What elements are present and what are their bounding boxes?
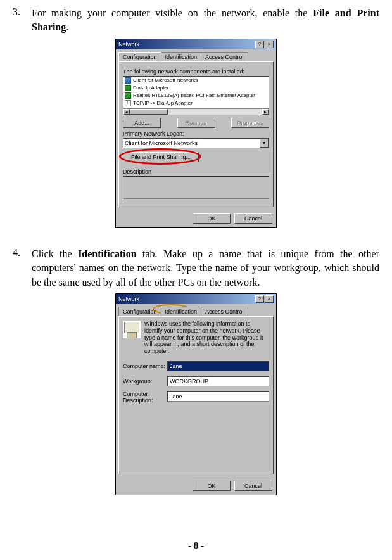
tab-configuration[interactable]: Configuration [118, 307, 161, 316]
cancel-button[interactable]: Cancel [234, 481, 272, 491]
tabs: Configuration Identification Access Cont… [116, 304, 276, 316]
network-dialog-identification: Network ? × Configuration Identification… [115, 293, 277, 495]
list-item[interactable]: TCP/IP -> Dial-Up Adapter [123, 99, 269, 107]
add-button[interactable]: Add... [123, 118, 161, 128]
step-4-bold: Identification [78, 248, 136, 259]
workgroup-label: Workgroup: [123, 378, 167, 385]
scroll-thumb[interactable] [130, 109, 168, 115]
titlebar: Network ? × [116, 294, 276, 304]
description-row: Computer Description: Jane [123, 391, 269, 404]
computer-name-input[interactable]: Jane [167, 361, 269, 371]
figure-2: Network ? × Configuration Identification… [13, 293, 379, 495]
tab-access-control[interactable]: Access Control [201, 52, 248, 61]
description-label: Description [123, 169, 269, 175]
list-item[interactable]: Dial-Up Adapter [123, 84, 269, 92]
tabs: Configuration Identification Access Cont… [116, 49, 276, 61]
config-panel: The following network components are ins… [118, 61, 274, 207]
step-3: 3. For making your computer visible on t… [13, 6, 379, 35]
step-3-post: . [66, 22, 68, 32]
step-3-pre: For making your computer visible on the … [32, 8, 313, 18]
primary-logon-label: Primary Network Logon: [123, 130, 269, 137]
computer-name-label: Computer name: [123, 363, 167, 369]
close-button[interactable]: × [265, 295, 274, 303]
scroll-left-arrow[interactable]: ◂ [123, 109, 130, 115]
step-4-text: Click the Identification tab. Make up a … [32, 247, 379, 290]
adapter-icon [125, 85, 131, 91]
step-3-number: 3. [13, 6, 32, 35]
step-3-text: For making your computer visible on the … [32, 6, 379, 35]
client-icon [125, 77, 131, 84]
scroll-right-arrow[interactable]: ▸ [262, 109, 269, 115]
identification-panel: Windows uses the following information t… [118, 316, 274, 474]
list-item[interactable]: Client for Microsoft Networks [123, 77, 269, 84]
protocol-icon [125, 100, 131, 106]
network-dialog-config: Network ? × Configuration Identification… [115, 39, 277, 228]
primary-logon-combo[interactable]: Client for Microsoft Networks ▾ [123, 138, 269, 148]
list-item[interactable]: Realtek RTL8139(A)-based PCI Fast Ethern… [123, 92, 269, 99]
cancel-button[interactable]: Cancel [234, 213, 272, 224]
dropdown-arrow-icon[interactable]: ▾ [260, 139, 269, 148]
horizontal-scrollbar[interactable]: ◂ ▸ [123, 108, 269, 115]
ok-button[interactable]: OK [193, 213, 231, 224]
info-text: Windows uses the following information t… [144, 321, 269, 355]
description-input[interactable]: Jane [167, 391, 269, 402]
help-button[interactable]: ? [255, 295, 264, 303]
tab-identification[interactable]: Identification [161, 52, 202, 61]
tab-configuration[interactable]: Configuration [118, 52, 161, 61]
combo-value: Client for Microsoft Networks [125, 140, 198, 146]
description-box [123, 176, 269, 199]
computer-name-row: Computer name: Jane [123, 361, 269, 371]
step-4-number: 4. [13, 247, 32, 290]
info-row: Windows uses the following information t… [123, 321, 269, 355]
workgroup-row: Workgroup: WORKGROUP [123, 376, 269, 386]
page-number: - 8 - [0, 540, 392, 551]
figure-1: Network ? × Configuration Identification… [13, 39, 379, 228]
adapter-icon [125, 92, 131, 99]
dialog-title: Network [118, 41, 139, 48]
file-print-sharing-button[interactable]: File and Print Sharing... [123, 152, 199, 162]
button-row: Add... Remove Properties [123, 118, 269, 128]
titlebar: Network ? × [116, 39, 276, 49]
components-label: The following network components are ins… [123, 68, 269, 75]
computer-icon [123, 321, 141, 338]
step-4: 4. Click the Identification tab. Make up… [13, 247, 379, 290]
dialog-title: Network [118, 296, 139, 302]
workgroup-input[interactable]: WORKGROUP [167, 376, 269, 386]
components-listbox[interactable]: Client for Microsoft Networks Dial-Up Ad… [123, 76, 269, 115]
properties-button: Properties [231, 118, 269, 128]
ok-button[interactable]: OK [193, 481, 231, 491]
remove-button: Remove [177, 118, 215, 128]
dialog-footer: OK Cancel [116, 477, 276, 495]
help-button[interactable]: ? [255, 41, 264, 48]
close-button[interactable]: × [265, 41, 274, 48]
step-4-pre: Click the [32, 248, 78, 259]
tab-access-control[interactable]: Access Control [201, 307, 248, 316]
description-label: Computer Description: [123, 391, 167, 404]
dialog-footer: OK Cancel [116, 210, 276, 227]
tab-identification[interactable]: Identification [161, 307, 202, 316]
